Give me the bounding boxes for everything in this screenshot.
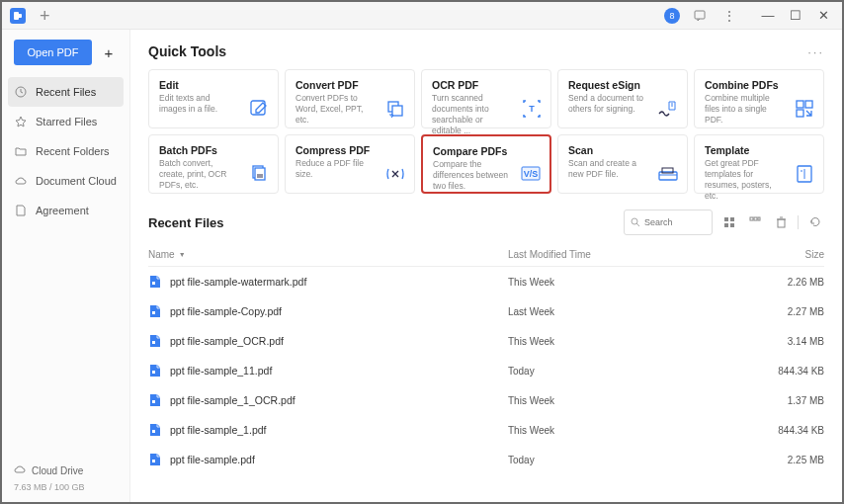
file-size: 844.34 KB bbox=[755, 425, 824, 436]
tool-desc: Send a document to others for signing. bbox=[568, 93, 645, 115]
tool-combine[interactable]: Combine PDFsCombine multiple files into … bbox=[694, 69, 824, 128]
doc-icon bbox=[14, 204, 28, 217]
grid-view-button[interactable] bbox=[746, 213, 764, 231]
search-box[interactable] bbox=[624, 210, 713, 235]
svg-rect-37 bbox=[152, 341, 155, 344]
file-row[interactable]: ppt file-sample_11.pdfToday844.34 KB bbox=[148, 356, 824, 385]
svg-rect-31 bbox=[758, 217, 760, 220]
file-name: ppt file-sample_1_OCR.pdf bbox=[170, 394, 508, 406]
tool-scan[interactable]: ScanScan and create a new PDF file. bbox=[557, 134, 688, 194]
tool-desc: Combine multiple files into a single PDF… bbox=[705, 93, 782, 126]
sidebar-item-label: Document Cloud bbox=[36, 175, 117, 187]
sidebar-item-recent-folders[interactable]: Recent Folders bbox=[2, 136, 129, 166]
quick-tools-heading: Quick Tools bbox=[148, 43, 226, 59]
sidebar-item-label: Recent Files bbox=[36, 86, 96, 98]
search-input[interactable] bbox=[644, 217, 706, 227]
pdf-file-icon bbox=[148, 393, 162, 407]
file-row[interactable]: ppt file-sample_OCR.pdfThis Week3.14 MB bbox=[148, 326, 824, 356]
tool-desc: Edit texts and images in a file. bbox=[159, 93, 236, 115]
storage-text: 7.63 MB / 100 GB bbox=[14, 482, 118, 492]
list-view-button[interactable] bbox=[720, 213, 738, 231]
pdf-file-icon bbox=[148, 334, 162, 348]
user-avatar[interactable]: 8 bbox=[664, 8, 680, 24]
file-row[interactable]: ppt file-sample-watermark.pdfThis Week2.… bbox=[148, 267, 824, 296]
file-row[interactable]: ppt file-sample_1.pdfThis Week844.34 KB bbox=[148, 415, 824, 445]
column-size-header[interactable]: Size bbox=[755, 249, 824, 260]
cloud-drive-link[interactable]: Cloud Drive bbox=[14, 464, 118, 476]
sidebar-item-agreement[interactable]: Agreement bbox=[2, 196, 129, 225]
svg-rect-32 bbox=[778, 219, 785, 227]
app-logo-icon bbox=[10, 8, 26, 24]
column-name-header[interactable]: Name ▼ bbox=[148, 249, 508, 260]
file-modified: This Week bbox=[508, 425, 755, 436]
tool-desc: Turn scanned documents into searchable o… bbox=[432, 93, 509, 136]
svg-rect-12 bbox=[255, 168, 265, 180]
new-file-button[interactable]: + bbox=[100, 44, 118, 61]
file-modified: Last Week bbox=[508, 306, 755, 317]
svg-rect-36 bbox=[152, 311, 155, 314]
sidebar-item-starred-files[interactable]: Starred Files bbox=[2, 107, 129, 136]
compress-icon bbox=[384, 163, 406, 185]
svg-line-24 bbox=[636, 223, 639, 226]
sidebar-item-recent-files[interactable]: Recent Files bbox=[8, 77, 124, 107]
tool-title: Batch PDFs bbox=[159, 144, 268, 156]
tool-batch[interactable]: Batch PDFsBatch convert, create, print, … bbox=[148, 134, 279, 194]
tool-title: Combine PDFs bbox=[705, 79, 813, 91]
tool-compress[interactable]: Compress PDFReduce a PDF file size. bbox=[285, 134, 415, 194]
column-modified-header[interactable]: Last Modified Time bbox=[508, 249, 755, 260]
tool-title: Compare PDFs bbox=[433, 145, 540, 157]
svg-rect-35 bbox=[152, 282, 155, 285]
svg-rect-40 bbox=[152, 430, 155, 433]
file-row[interactable]: ppt file-sample-Copy.pdfLast Week2.27 MB bbox=[148, 296, 824, 326]
tool-desc: Reduce a PDF file size. bbox=[295, 158, 373, 180]
window-minimize-button[interactable]: — bbox=[757, 6, 779, 26]
svg-rect-28 bbox=[730, 223, 734, 227]
quick-tools-more-button[interactable]: ··· bbox=[807, 44, 824, 59]
window-maximize-button[interactable]: ☐ bbox=[785, 6, 806, 26]
svg-rect-41 bbox=[152, 460, 155, 462]
add-tab-button[interactable]: + bbox=[40, 7, 50, 25]
svg-rect-25 bbox=[724, 217, 728, 221]
file-modified: This Week bbox=[508, 336, 755, 347]
star-icon bbox=[14, 115, 28, 128]
svg-rect-6 bbox=[392, 106, 402, 116]
kebab-menu-icon[interactable]: ⋮ bbox=[719, 6, 739, 26]
tool-convert[interactable]: Convert PDFConvert PDFs to Word, Excel, … bbox=[285, 69, 415, 128]
window-close-button[interactable]: ✕ bbox=[812, 6, 834, 26]
tool-compare[interactable]: Compare PDFsCompare the differences betw… bbox=[421, 134, 551, 194]
tool-desc: Get great PDF templates for resumes, pos… bbox=[705, 158, 782, 202]
file-size: 3.14 MB bbox=[755, 336, 824, 347]
svg-rect-10 bbox=[797, 110, 803, 117]
feedback-icon[interactable] bbox=[690, 6, 710, 26]
recent-files-heading: Recent Files bbox=[148, 215, 224, 230]
table-header: Name ▼ Last Modified Time Size bbox=[148, 245, 824, 267]
file-row[interactable]: ppt file-sample_1_OCR.pdfThis Week1.37 M… bbox=[148, 385, 824, 415]
pdf-file-icon bbox=[148, 423, 162, 437]
tool-ocr[interactable]: OCR PDFTurn scanned documents into searc… bbox=[421, 69, 551, 128]
file-row[interactable]: ppt file-sample.pdfToday2.25 MB bbox=[148, 445, 824, 474]
refresh-icon[interactable] bbox=[806, 213, 824, 231]
clock-icon bbox=[14, 85, 28, 99]
ocr-icon: T bbox=[521, 98, 543, 120]
tool-title: Template bbox=[705, 144, 813, 156]
file-name: ppt file-sample.pdf bbox=[170, 454, 508, 465]
file-modified: This Week bbox=[508, 277, 755, 288]
svg-rect-26 bbox=[730, 217, 734, 221]
pdf-file-icon bbox=[148, 364, 162, 378]
open-pdf-button[interactable]: Open PDF bbox=[14, 40, 92, 65]
pdf-file-icon bbox=[148, 453, 162, 466]
svg-rect-29 bbox=[750, 217, 753, 220]
sidebar-item-document-cloud[interactable]: Document Cloud bbox=[2, 166, 129, 196]
compare-icon: V/S bbox=[520, 162, 542, 184]
svg-text:T: T bbox=[529, 104, 535, 114]
convert-icon bbox=[384, 98, 406, 120]
svg-rect-38 bbox=[152, 371, 155, 374]
delete-icon[interactable] bbox=[772, 213, 790, 231]
file-modified: This Week bbox=[508, 395, 755, 406]
tool-edit[interactable]: EditEdit texts and images in a file. bbox=[148, 69, 279, 128]
cloud-icon bbox=[14, 174, 28, 188]
tool-template[interactable]: TemplateGet great PDF templates for resu… bbox=[694, 134, 824, 194]
file-name: ppt file-sample-Copy.pdf bbox=[170, 305, 508, 317]
tool-esign[interactable]: Request eSignSend a document to others f… bbox=[557, 69, 688, 128]
tool-title: Convert PDF bbox=[295, 79, 404, 91]
